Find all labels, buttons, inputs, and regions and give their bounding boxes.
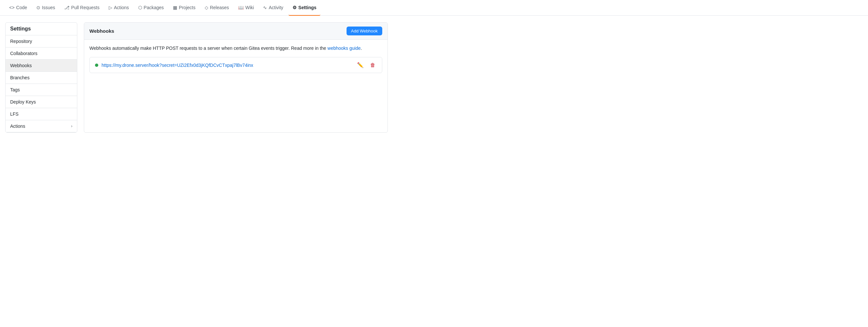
sidebar-item-repository[interactable]: Repository: [6, 35, 77, 48]
nav-projects[interactable]: ▦ Projects: [169, 0, 199, 16]
settings-icon: ⚙: [292, 5, 297, 10]
projects-icon: ▦: [173, 5, 177, 10]
webhook-action-buttons: ✏️ 🗑: [356, 61, 377, 69]
sidebar-tags-label: Tags: [10, 87, 20, 92]
webhook-status-dot: [95, 64, 98, 67]
nav-pull-requests[interactable]: ⎇ Pull Requests: [60, 0, 103, 16]
sidebar-repository-label: Repository: [10, 39, 32, 44]
releases-icon: ◇: [205, 5, 208, 10]
main-container: Settings Repository Collaborators Webhoo…: [0, 16, 393, 139]
add-webhook-button[interactable]: Add Webhook: [346, 27, 382, 35]
code-icon: <>: [9, 5, 14, 10]
nav-activity-label: Activity: [269, 5, 283, 10]
edit-webhook-button[interactable]: ✏️: [356, 61, 365, 69]
packages-icon: ⬡: [138, 5, 142, 10]
nav-items: <> Code ⊙ Issues ⎇ Pull Requests ▷ Actio…: [5, 0, 863, 16]
sidebar-actions-label: Actions: [10, 123, 25, 129]
actions-icon: ▷: [109, 5, 112, 10]
sidebar-item-branches[interactable]: Branches: [6, 72, 77, 84]
info-text-period: .: [361, 46, 362, 51]
sidebar-item-lfs[interactable]: LFS: [6, 108, 77, 120]
nav-releases[interactable]: ◇ Releases: [201, 0, 233, 16]
webhook-item: https://my.drone.server/hook?secret=UZi2…: [89, 57, 382, 73]
nav-activity[interactable]: ∿ Activity: [259, 0, 287, 16]
nav-actions-label: Actions: [114, 5, 129, 10]
sidebar-deploy-keys-label: Deploy Keys: [10, 99, 36, 105]
sidebar-item-deploy-keys[interactable]: Deploy Keys: [6, 96, 77, 108]
sidebar: Settings Repository Collaborators Webhoo…: [5, 22, 77, 133]
webhook-url-link[interactable]: https://my.drone.server/hook?secret=UZi2…: [101, 63, 253, 68]
wiki-icon: 📖: [238, 5, 244, 10]
content-area: Webhooks Add Webhook Webhooks automatica…: [84, 22, 388, 133]
sidebar-title: Settings: [6, 23, 77, 35]
nav-projects-label: Projects: [179, 5, 195, 10]
content-header: Webhooks Add Webhook: [84, 23, 388, 40]
info-text: Webhooks automatically make HTTP POST re…: [89, 45, 382, 52]
nav-settings[interactable]: ⚙ Settings: [288, 0, 320, 16]
pull-requests-icon: ⎇: [64, 5, 69, 10]
delete-webhook-button[interactable]: 🗑: [369, 62, 377, 69]
sidebar-item-actions[interactable]: Actions ›: [6, 120, 77, 132]
nav-settings-label: Settings: [299, 5, 316, 10]
sidebar-branches-label: Branches: [10, 75, 29, 80]
content-body: Webhooks automatically make HTTP POST re…: [84, 40, 388, 78]
sidebar-lfs-label: LFS: [10, 111, 19, 117]
nav-releases-label: Releases: [210, 5, 229, 10]
sidebar-webhooks-label: Webhooks: [10, 63, 32, 68]
nav-packages[interactable]: ⬡ Packages: [134, 0, 168, 16]
sidebar-item-webhooks[interactable]: Webhooks: [6, 60, 77, 72]
sidebar-wrapper: Settings Repository Collaborators Webhoo…: [5, 22, 77, 133]
info-text-before: Webhooks automatically make HTTP POST re…: [89, 46, 326, 51]
nav-issues-label: Issues: [42, 5, 55, 10]
sidebar-item-collaborators[interactable]: Collaborators: [6, 48, 77, 60]
webhooks-guide-link[interactable]: webhooks guide: [328, 46, 361, 51]
nav-packages-label: Packages: [144, 5, 164, 10]
issues-icon: ⊙: [36, 5, 40, 10]
sidebar-item-tags[interactable]: Tags: [6, 84, 77, 96]
top-nav: <> Code ⊙ Issues ⎇ Pull Requests ▷ Actio…: [0, 0, 868, 16]
activity-icon: ∿: [263, 5, 267, 10]
webhook-left: https://my.drone.server/hook?secret=UZi2…: [95, 63, 253, 68]
nav-wiki[interactable]: 📖 Wiki: [234, 0, 258, 16]
nav-code[interactable]: <> Code: [5, 0, 31, 16]
sidebar-collaborators-label: Collaborators: [10, 51, 37, 56]
content-title: Webhooks: [89, 28, 114, 34]
nav-issues[interactable]: ⊙ Issues: [32, 0, 59, 16]
chevron-right-icon: ›: [71, 124, 72, 128]
nav-actions[interactable]: ▷ Actions: [105, 0, 133, 16]
nav-wiki-label: Wiki: [245, 5, 254, 10]
nav-code-label: Code: [16, 5, 27, 10]
nav-pull-requests-label: Pull Requests: [71, 5, 99, 10]
